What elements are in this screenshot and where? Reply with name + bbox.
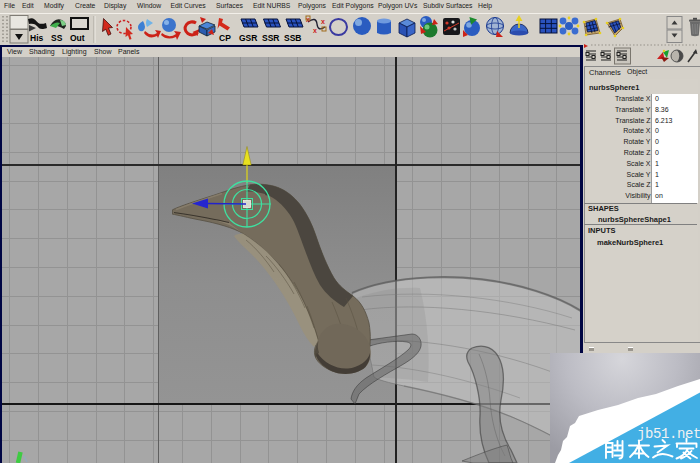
svg-text:jb51.net: jb51.net xyxy=(637,426,700,442)
